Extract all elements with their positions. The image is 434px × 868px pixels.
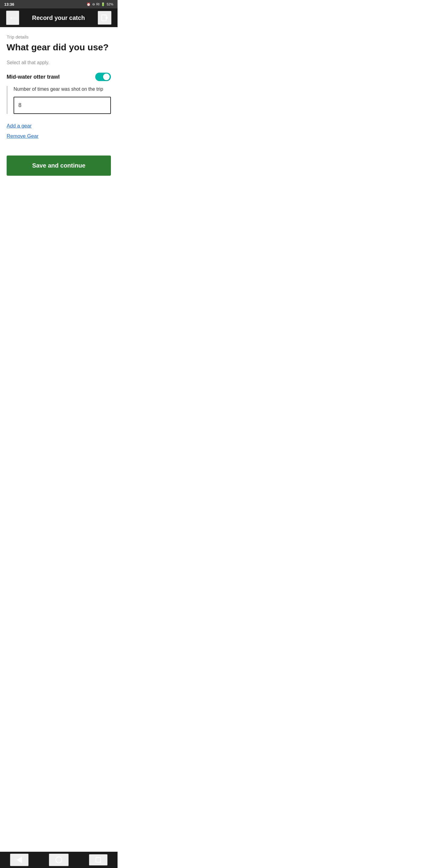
exit-icon	[101, 14, 108, 22]
action-links: Add a gear Remove Gear	[7, 123, 111, 139]
remove-gear-link[interactable]: Remove Gear	[7, 133, 111, 139]
battery-percent: 52%	[107, 2, 113, 6]
select-instruction: Select all that apply.	[7, 60, 111, 65]
back-arrow-icon: ←	[9, 13, 16, 22]
status-icons: ⏰ ⊖ Rl 🔋 52%	[87, 2, 113, 6]
status-time: 13:36	[4, 2, 14, 7]
nav-bar: ← Record your catch	[0, 8, 118, 27]
main-content: Trip details What gear did you use? Sele…	[0, 27, 118, 147]
battery-icon: 🔋	[101, 2, 105, 6]
add-gear-link[interactable]: Add a gear	[7, 123, 111, 129]
gear-sub-section: Number of times gear was shot on the tri…	[7, 86, 111, 114]
status-bar: 13:36 ⏰ ⊖ Rl 🔋 52%	[0, 0, 118, 8]
shot-count-input[interactable]	[13, 97, 111, 114]
shot-label: Number of times gear was shot on the tri…	[13, 86, 111, 93]
signal-icon: Rl	[96, 2, 99, 6]
gear-toggle-container[interactable]	[95, 73, 111, 81]
toggle-thumb	[103, 73, 110, 80]
gear-name: Mid-water otter trawl	[7, 74, 60, 80]
save-continue-button[interactable]: Save and continue	[7, 156, 111, 176]
alarm-icon: ⏰	[87, 2, 91, 6]
page-heading: What gear did you use?	[7, 42, 111, 53]
nav-title: Record your catch	[19, 14, 98, 22]
gear-toggle[interactable]	[95, 73, 111, 81]
gear-item: Mid-water otter trawl	[7, 73, 111, 81]
minus-circle-icon: ⊖	[92, 2, 95, 6]
back-button[interactable]: ←	[6, 10, 19, 25]
trip-details-label: Trip details	[7, 34, 111, 39]
exit-button[interactable]	[98, 11, 112, 25]
